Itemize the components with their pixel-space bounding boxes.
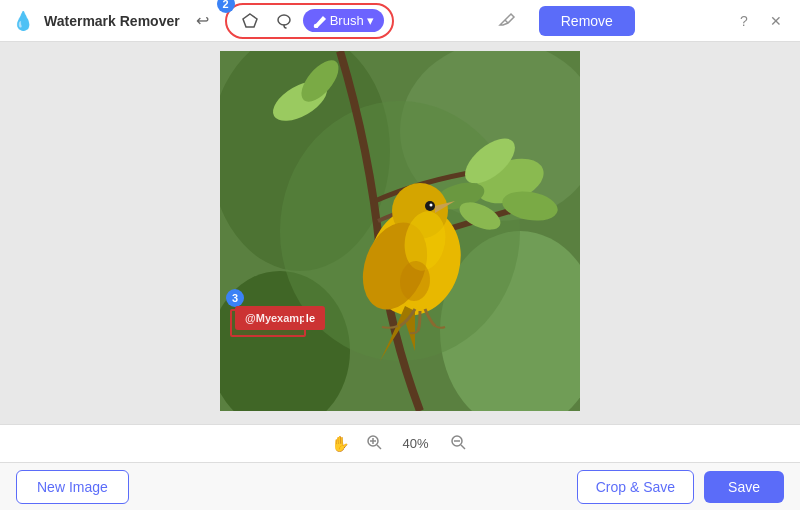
title-left: 💧 Watermark Remover ↩ 2 xyxy=(12,3,394,39)
crop-save-button[interactable]: Crop & Save xyxy=(577,470,694,504)
save-button[interactable]: Save xyxy=(704,471,784,503)
image-container: 3 @Myexample xyxy=(220,51,580,415)
zoom-out-button[interactable] xyxy=(446,430,470,458)
polygon-tool-button[interactable] xyxy=(235,8,265,34)
svg-point-19 xyxy=(430,204,433,207)
lasso-tool-button[interactable] xyxy=(269,8,299,34)
main-image xyxy=(220,51,580,411)
canvas-area: 3 @Myexample xyxy=(0,42,800,424)
app-title: Watermark Remover xyxy=(44,13,180,29)
title-right: ? ✕ xyxy=(732,9,788,33)
close-button[interactable]: ✕ xyxy=(764,9,788,33)
step3-badge: 3 xyxy=(226,289,244,307)
right-actions: Crop & Save Save xyxy=(577,470,784,504)
svg-line-28 xyxy=(461,445,465,449)
undo-button[interactable]: ↩ xyxy=(190,7,215,34)
brush-label: Brush xyxy=(330,13,364,28)
brush-tool-button[interactable]: Brush ▾ xyxy=(303,9,384,32)
remove-button[interactable]: Remove xyxy=(539,6,635,36)
hand-tool-icon: ✋ xyxy=(331,435,350,453)
toolbar-group: 2 Brush ▾ xyxy=(225,3,394,39)
zoom-level: 40% xyxy=(398,436,434,451)
zoom-bar: ✋ 40% xyxy=(0,424,800,462)
selection-box xyxy=(230,309,306,337)
new-image-button[interactable]: New Image xyxy=(16,470,129,504)
svg-line-24 xyxy=(377,445,381,449)
svg-point-2 xyxy=(314,24,317,27)
action-bar: New Image Crop & Save Save xyxy=(0,462,800,510)
svg-point-1 xyxy=(278,15,290,25)
help-button[interactable]: ? xyxy=(732,9,756,33)
svg-marker-0 xyxy=(243,14,257,27)
erase-button[interactable] xyxy=(491,4,523,37)
zoom-in-button[interactable] xyxy=(362,430,386,458)
title-bar: 💧 Watermark Remover ↩ 2 xyxy=(0,0,800,42)
app-icon: 💧 xyxy=(12,10,34,32)
title-center: Remove xyxy=(491,4,635,37)
brush-dropdown-icon: ▾ xyxy=(367,13,374,28)
step-badge: 2 xyxy=(217,0,235,13)
